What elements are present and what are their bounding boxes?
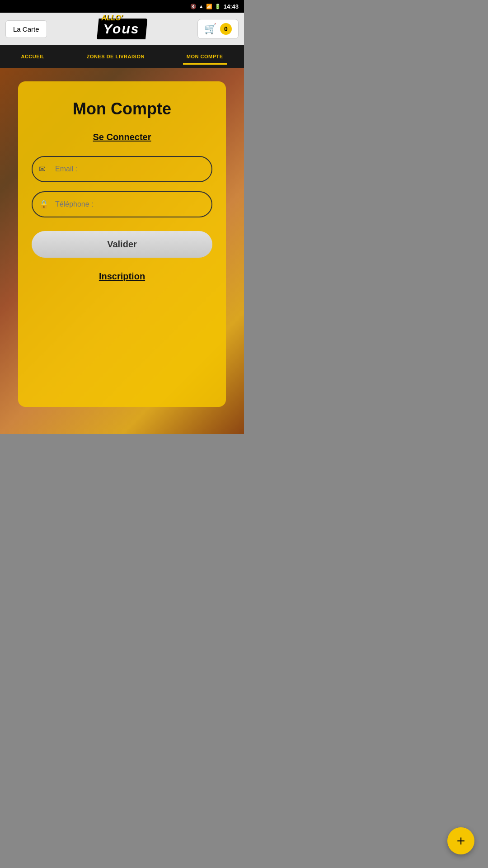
- cart-badge: 0: [220, 23, 232, 35]
- valider-button[interactable]: Valider: [32, 231, 212, 258]
- phone-input[interactable]: [32, 191, 212, 217]
- email-icon: ✉: [39, 164, 46, 174]
- status-time: 14:43: [224, 3, 239, 10]
- logo: ALLO' Yous: [97, 19, 147, 39]
- inscription-link[interactable]: Inscription: [32, 271, 212, 282]
- tab-zones-livraison[interactable]: ZONES DE LIVRAISON: [83, 48, 148, 65]
- la-carte-button[interactable]: La Carte: [5, 20, 47, 38]
- tab-mon-compte[interactable]: MON COMPTE: [183, 48, 227, 65]
- phone-wrapper: 🔒: [32, 191, 212, 217]
- status-bar: 🔇 ▲ 📶 🔋 14:43: [0, 0, 244, 13]
- phone-group: 🔒: [32, 191, 212, 217]
- logo-allo: ALLO': [101, 14, 122, 22]
- account-card: Mon Compte Se Connecter ✉ 🔒 Valider Insc…: [18, 81, 226, 407]
- status-icons: 🔇 ▲ 📶 🔋: [190, 4, 221, 9]
- signal-icon: 📶: [206, 4, 212, 9]
- logo-text: ALLO' Yous: [97, 19, 147, 39]
- nav-tabs: ACCUEIL ZONES DE LIVRAISON MON COMPTE: [0, 45, 244, 68]
- tab-accueil-label: ACCUEIL: [21, 54, 44, 59]
- logo-yous-text: Yous: [103, 21, 139, 36]
- email-wrapper: ✉: [32, 156, 212, 182]
- tab-compte-label: MON COMPTE: [187, 54, 223, 59]
- tab-zones-label: ZONES DE LIVRAISON: [87, 54, 145, 59]
- tab-accueil[interactable]: ACCUEIL: [17, 48, 48, 65]
- se-connecter-link[interactable]: Se Connecter: [32, 132, 212, 142]
- mute-icon: 🔇: [190, 4, 197, 9]
- top-bar: La Carte ALLO' Yous 🛒 0: [0, 13, 244, 45]
- wifi-icon: ▲: [199, 4, 204, 9]
- cart-button[interactable]: 🛒 0: [197, 19, 239, 39]
- cart-icon: 🛒: [204, 23, 216, 35]
- lock-icon: 🔒: [39, 199, 49, 209]
- email-input[interactable]: [32, 156, 212, 182]
- card-title: Mon Compte: [32, 99, 212, 118]
- content-area: Mon Compte Se Connecter ✉ 🔒 Valider Insc…: [0, 68, 244, 434]
- email-group: ✉: [32, 156, 212, 182]
- battery-icon: 🔋: [215, 4, 221, 9]
